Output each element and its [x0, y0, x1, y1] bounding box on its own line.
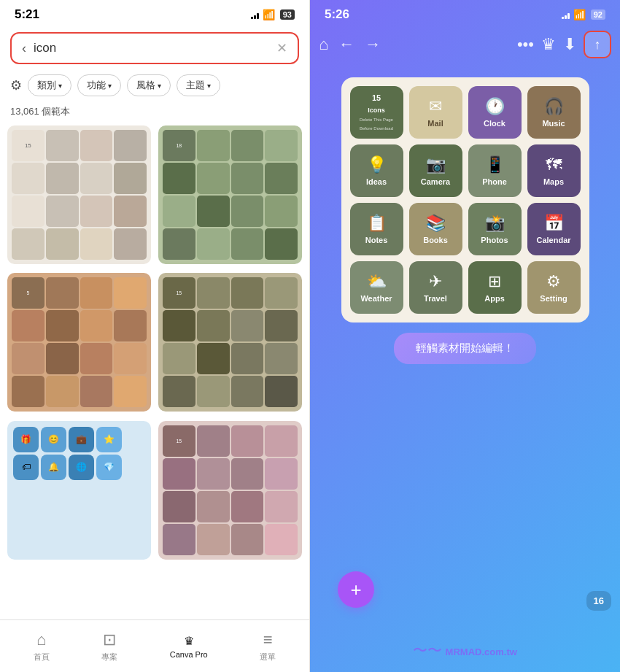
- watermark-text: MRMAD.com.tw: [446, 646, 517, 657]
- result-count: 13,061 個範本: [0, 104, 309, 125]
- template-item[interactable]: 15: [158, 421, 302, 560]
- icon-music[interactable]: 🎧 Music: [527, 86, 581, 139]
- toolbar-left: ⌂ ← →: [319, 35, 381, 54]
- icon-notes[interactable]: 📋 Notes: [350, 203, 403, 255]
- icon-apps[interactable]: ⊞ Apps: [468, 261, 522, 314]
- right-status-icons: 📶 92: [562, 9, 605, 20]
- title-box: 15 Icons Delete This Page Before Downloa…: [350, 86, 403, 139]
- more-button[interactable]: •••: [517, 35, 534, 54]
- page-counter[interactable]: 16: [586, 591, 611, 611]
- folder-icon: ⊡: [103, 630, 116, 649]
- filter-theme[interactable]: 主題 ▾: [177, 74, 220, 96]
- back-button[interactable]: ←: [338, 35, 354, 54]
- chevron-icon: ▾: [158, 82, 161, 90]
- icon-template-card[interactable]: 15 Icons Delete This Page Before Downloa…: [341, 77, 589, 323]
- home-icon: ⌂: [36, 630, 46, 649]
- watermark: 〜〜 MRMAD.com.tw: [413, 641, 517, 672]
- battery-indicator: 93: [280, 9, 295, 20]
- left-time: 5:21: [15, 7, 39, 22]
- wifi-icon: 📶: [263, 9, 275, 20]
- wifi-icon: 📶: [573, 9, 586, 20]
- share-button[interactable]: ↑: [584, 31, 611, 58]
- chevron-icon: ▾: [207, 82, 211, 90]
- search-bar: ‹ icon ✕: [10, 32, 299, 64]
- chevron-icon: ▾: [108, 82, 112, 90]
- search-bar-container: ‹ icon ✕: [0, 26, 309, 72]
- share-icon: ↑: [594, 37, 601, 53]
- signal-icon: [562, 10, 570, 19]
- icon-photos[interactable]: 📸 Photos: [468, 203, 522, 255]
- icon-phone[interactable]: 📱 Phone: [468, 144, 522, 197]
- right-time: 5:26: [325, 7, 349, 22]
- icon-setting[interactable]: ⚙ Setting: [527, 261, 581, 314]
- left-status-icons: 📶 93: [251, 9, 295, 20]
- icon-books[interactable]: 📚 Books: [409, 203, 462, 255]
- filter-category[interactable]: 類別 ▾: [28, 74, 71, 96]
- icon-maps[interactable]: 🗺 Maps: [527, 144, 581, 197]
- crown-button[interactable]: ♛: [541, 35, 556, 54]
- toolbar-right: ••• ♛ ⬇ ↑: [517, 31, 611, 58]
- right-status-bar: 5:26 📶 92: [310, 0, 620, 26]
- search-input[interactable]: icon: [34, 41, 276, 55]
- icon-camera[interactable]: 📷 Camera: [409, 144, 462, 197]
- icon-mail[interactable]: ✉ Mail: [409, 86, 462, 139]
- battery-indicator: 92: [591, 9, 605, 20]
- nav-canva-pro[interactable]: ♛ Canva Pro: [170, 634, 208, 659]
- edit-banner[interactable]: 輕觸素材開始編輯！: [394, 333, 536, 364]
- chevron-icon: ▾: [58, 82, 62, 90]
- nav-home[interactable]: ⌂ 首頁: [34, 630, 50, 663]
- right-toolbar: ⌂ ← → ••• ♛ ⬇ ↑: [310, 26, 620, 66]
- icon-ideas[interactable]: 💡 Ideas: [350, 144, 403, 197]
- icon-grid: 15 Icons Delete This Page Before Downloa…: [350, 86, 581, 314]
- left-panel: 5:21 📶 93 ‹ icon ✕ ⚙ 類別 ▾ 功能 ▾: [0, 0, 310, 672]
- signal-icon: [251, 10, 259, 19]
- download-button[interactable]: ⬇: [563, 35, 576, 54]
- icon-travel[interactable]: ✈ Travel: [409, 261, 462, 314]
- template-grid: 15 18: [0, 125, 309, 619]
- forward-button[interactable]: →: [365, 35, 381, 54]
- template-item[interactable]: 🎁 😊 💼 ⭐ 🏷 🔔 🌐 💎: [7, 421, 151, 560]
- home-button[interactable]: ⌂: [319, 35, 328, 54]
- filter-bar: ⚙ 類別 ▾ 功能 ▾ 風格 ▾ 主題 ▾: [0, 72, 309, 104]
- bottom-nav: ⌂ 首頁 ⊡ 專案 ♛ Canva Pro ≡ 選單: [0, 619, 309, 672]
- left-status-bar: 5:21 📶 93: [0, 0, 309, 26]
- icon-weather[interactable]: ⛅ Weather: [350, 261, 403, 314]
- filter-icon[interactable]: ⚙: [10, 77, 22, 93]
- template-item[interactable]: 18: [158, 125, 302, 264]
- template-item[interactable]: 15: [158, 273, 302, 412]
- menu-icon: ≡: [263, 630, 273, 649]
- fab-add-button[interactable]: +: [338, 571, 374, 608]
- nav-projects[interactable]: ⊡ 專案: [101, 630, 117, 663]
- crown-icon: ♛: [184, 634, 194, 648]
- template-item[interactable]: 5: [7, 273, 151, 412]
- icon-clock[interactable]: 🕐 Clock: [468, 86, 522, 139]
- template-item[interactable]: 15: [7, 125, 151, 264]
- icon-calendar[interactable]: 📅 Calendar: [527, 203, 581, 255]
- nav-menu[interactable]: ≡ 選單: [260, 630, 276, 663]
- back-icon[interactable]: ‹: [22, 41, 26, 56]
- clear-icon[interactable]: ✕: [276, 40, 287, 56]
- filter-style[interactable]: 風格 ▾: [127, 74, 171, 96]
- filter-function[interactable]: 功能 ▾: [77, 74, 121, 96]
